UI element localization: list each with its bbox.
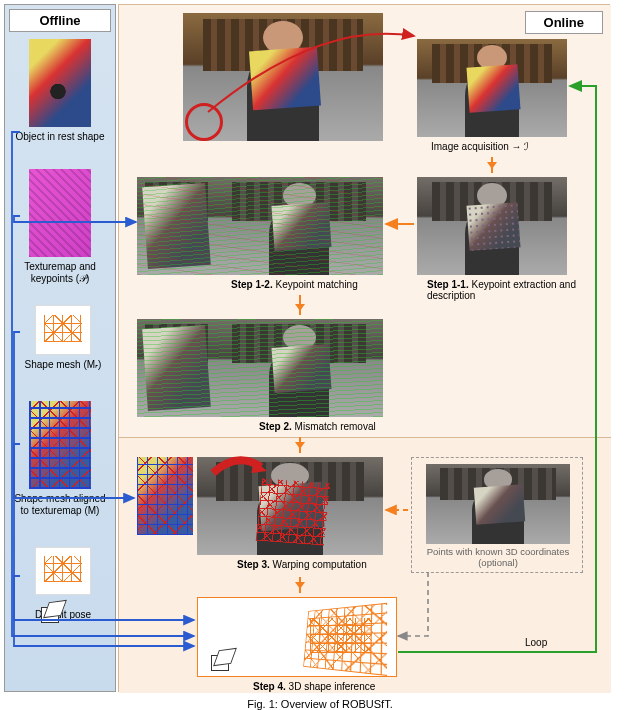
arrow-icon [299,437,301,453]
shape-mesh-caption: Shape mesh (Mᵣ) [13,359,113,371]
online-header: Online [525,11,603,34]
arrow-icon [299,577,301,593]
camera-cube-icon [211,649,235,669]
known-3d-points-box: Points with known 3D coordinates (option… [411,457,583,573]
step4-num: Step 4. [253,681,286,692]
step1-2-image [137,177,383,275]
step1-1-label: Step 1-1. Keypoint extraction and descri… [427,279,577,301]
online-panel: Online Image acquisition → ℐ Step 1-1. K… [118,4,610,692]
step2-image [137,319,383,417]
step4-label: Step 4. 3D shape inference [253,681,375,692]
camera-cube-icon [41,601,65,621]
step3-label: Step 3. Warping computation [237,559,367,570]
step1-2-num: Step 1-2. [231,279,273,290]
offline-panel: Offline Object in rest shape Texturemap … [4,4,116,692]
acquired-image [417,39,567,137]
offline-default-pose-thumb: Default pose [35,547,91,595]
step3-blue-mesh [137,457,193,535]
camera-highlight-icon [185,103,223,141]
image-acq-label: Image acquisition → ℐ [431,141,529,152]
known-pts-caption: Points with known 3D coordinates (option… [416,546,580,568]
red-mesh-overlay [256,479,331,546]
step2-num: Step 2. [259,421,292,432]
step2-txt: Mismatch removal [295,421,376,432]
step3-txt: Warping computation [273,559,367,570]
step1-2-label: Step 1-2. Keypoint matching [231,279,358,290]
step1-1-image [417,177,567,275]
texturemap-caption: Texturemap and keypoints (𝒫) [10,261,110,284]
step3-num: Step 3. [237,559,270,570]
step2-label: Step 2. Mismatch removal [259,421,376,432]
offline-shape-mesh-thumb: Shape mesh (Mᵣ) [35,305,91,355]
loop-label: Loop [525,637,547,648]
arrow-icon [299,295,301,315]
figure-caption: Fig. 1: Overview of ROBUSfT. [0,698,640,710]
step4-txt: 3D shape inference [289,681,376,692]
offline-aligned-mesh-thumb: Shape mesh aligned to texturemap (M) [29,401,91,489]
offline-texturemap-thumb: Texturemap and keypoints (𝒫) [29,169,91,257]
offline-header: Offline [9,9,111,32]
step1-2-txt: Keypoint matching [275,279,357,290]
offline-rest-shape-thumb: Object in rest shape [29,39,91,127]
step1-1-num: Step 1-1. [427,279,469,290]
aligned-mesh-caption: Shape mesh aligned to texturemap (M) [10,493,110,516]
arrow-icon [491,157,493,173]
rest-shape-caption: Object in rest shape [10,131,110,143]
step3-image [197,457,383,555]
